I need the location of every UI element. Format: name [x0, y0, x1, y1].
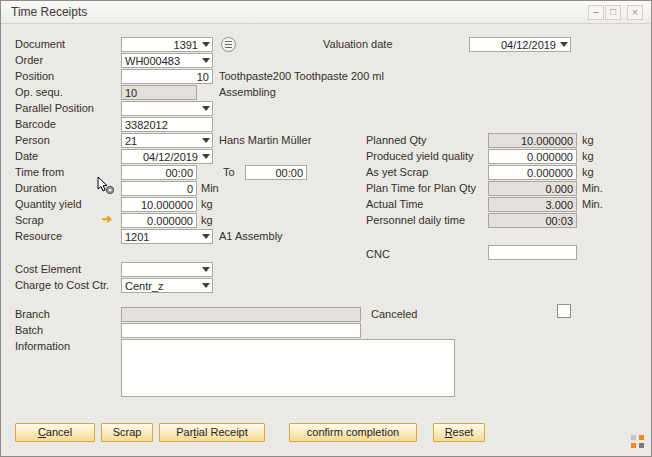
- duration-label: Duration: [15, 181, 57, 196]
- person-input[interactable]: [122, 134, 212, 147]
- plan-time-for-plan-qty-label: Plan Time for Plan Qty: [366, 181, 476, 196]
- planned-qty-unit: kg: [582, 133, 594, 148]
- chevron-down-icon[interactable]: [200, 230, 211, 243]
- resource-combo: [121, 229, 213, 244]
- duration-unit: Min: [201, 181, 219, 196]
- link-arrow-icon[interactable]: ➔: [102, 212, 112, 227]
- time-to-input[interactable]: [245, 165, 307, 180]
- cost-element-label: Cost Element: [15, 262, 81, 277]
- personnel-daily-time-label: Personnel daily time: [366, 213, 465, 228]
- confirm-completion-button[interactable]: confirm completion: [289, 423, 417, 442]
- plan-time-for-plan-qty-unit: Min.: [582, 181, 603, 196]
- actual-time-unit: Min.: [582, 197, 603, 212]
- barcode-label: Barcode: [15, 117, 56, 132]
- charge-to-cost-ctr-input[interactable]: [122, 279, 212, 292]
- order-input[interactable]: [122, 54, 212, 67]
- date-label: Date: [15, 149, 38, 164]
- parallel-position-input[interactable]: [122, 102, 212, 115]
- person-combo: [121, 133, 213, 148]
- information-textarea[interactable]: [121, 339, 455, 397]
- resize-grip-icon[interactable]: [631, 435, 644, 448]
- charge-to-cost-ctr-label: Charge to Cost Ctr.: [15, 278, 109, 293]
- position-label: Position: [15, 69, 54, 84]
- order-combo: [121, 53, 213, 68]
- date-input[interactable]: [122, 150, 212, 163]
- scrap-input[interactable]: [121, 213, 197, 228]
- chevron-down-icon[interactable]: [200, 134, 211, 147]
- plan-time-for-plan-qty-input: [488, 181, 577, 196]
- information-label: Information: [15, 339, 70, 354]
- planned-qty-input: [488, 133, 577, 148]
- position-input[interactable]: [121, 69, 213, 84]
- chevron-down-icon[interactable]: [200, 54, 211, 67]
- actual-time-label: Actual Time: [366, 197, 423, 212]
- close-icon[interactable]: ×: [627, 5, 643, 20]
- chevron-down-icon[interactable]: [200, 150, 211, 163]
- chevron-down-icon[interactable]: [200, 38, 211, 51]
- cost-element-combo: [121, 262, 213, 277]
- quantity-yield-input[interactable]: [121, 197, 197, 212]
- chevron-down-icon[interactable]: [200, 102, 211, 115]
- minimize-icon[interactable]: –: [588, 5, 604, 20]
- resource-input[interactable]: [122, 230, 212, 243]
- order-label: Order: [15, 53, 43, 68]
- barcode-input[interactable]: [121, 117, 213, 132]
- document-options-icon[interactable]: [221, 37, 236, 52]
- canceled-checkbox[interactable]: [557, 304, 571, 318]
- chevron-down-icon[interactable]: [200, 263, 211, 276]
- branch-input: [121, 307, 361, 322]
- window-title: Time Receipts: [11, 5, 87, 19]
- produced-yield-quality-unit: kg: [582, 149, 594, 164]
- chevron-down-icon[interactable]: [558, 38, 569, 51]
- batch-input[interactable]: [121, 323, 361, 338]
- position-description: Toothpaste200 Toothpaste 200 ml: [219, 69, 384, 84]
- duration-input[interactable]: [121, 181, 197, 196]
- quantity-yield-label: Quantity yield: [15, 197, 82, 212]
- as-yet-scrap-unit: kg: [582, 165, 594, 180]
- op-sequ-description: Assembling: [219, 85, 276, 100]
- time-from-label: Time from: [15, 165, 64, 180]
- titlebar[interactable]: Time Receipts – □ ×: [1, 1, 651, 24]
- valuation-date-label: Valuation date: [323, 37, 393, 52]
- cnc-label: CNC: [366, 247, 390, 262]
- time-from-input[interactable]: [121, 165, 197, 180]
- batch-label: Batch: [15, 323, 43, 338]
- cancel-button[interactable]: Cancel: [15, 423, 95, 442]
- document-label: Document: [15, 37, 65, 52]
- produced-yield-quality-input[interactable]: [488, 149, 577, 164]
- person-label: Person: [15, 133, 50, 148]
- as-yet-scrap-label: As yet Scrap: [366, 165, 428, 180]
- maximize-icon[interactable]: □: [605, 5, 621, 20]
- scrap-label: Scrap: [15, 213, 44, 228]
- parallel-position-combo: [121, 101, 213, 116]
- chevron-down-icon[interactable]: [200, 279, 211, 292]
- cnc-input[interactable]: [488, 245, 577, 260]
- document-input[interactable]: [122, 38, 212, 51]
- canceled-label: Canceled: [371, 307, 417, 322]
- valuation-date-input[interactable]: [470, 38, 570, 51]
- charge-to-cost-ctr-combo: [121, 278, 213, 293]
- op-sequ-input: [121, 85, 197, 100]
- reset-button[interactable]: Reset: [433, 423, 485, 442]
- time-receipts-window: Time Receipts – □ × Document Order Posit…: [0, 0, 652, 457]
- person-description: Hans Martin Müller: [219, 133, 311, 148]
- partial-receipt-button[interactable]: Partial Receipt: [159, 423, 265, 442]
- planned-qty-label: Planned Qty: [366, 133, 427, 148]
- as-yet-scrap-input[interactable]: [488, 165, 577, 180]
- branch-label: Branch: [15, 307, 50, 322]
- produced-yield-quality-label: Produced yield quality: [366, 149, 474, 164]
- mouse-cursor-icon: [97, 177, 115, 195]
- resource-description: A1 Assembly: [219, 229, 283, 244]
- quantity-yield-unit: kg: [201, 197, 213, 212]
- time-to-label: To: [223, 165, 235, 180]
- actual-time-input: [488, 197, 577, 212]
- date-combo: [121, 149, 213, 164]
- valuation-date-combo: [469, 37, 571, 52]
- document-combo: [121, 37, 213, 52]
- scrap-button[interactable]: Scrap: [101, 423, 153, 442]
- resource-label: Resource: [15, 229, 62, 244]
- scrap-unit: kg: [201, 213, 213, 228]
- parallel-position-label: Parallel Position: [15, 101, 94, 116]
- cost-element-input[interactable]: [122, 263, 212, 276]
- personnel-daily-time-input: [488, 213, 577, 228]
